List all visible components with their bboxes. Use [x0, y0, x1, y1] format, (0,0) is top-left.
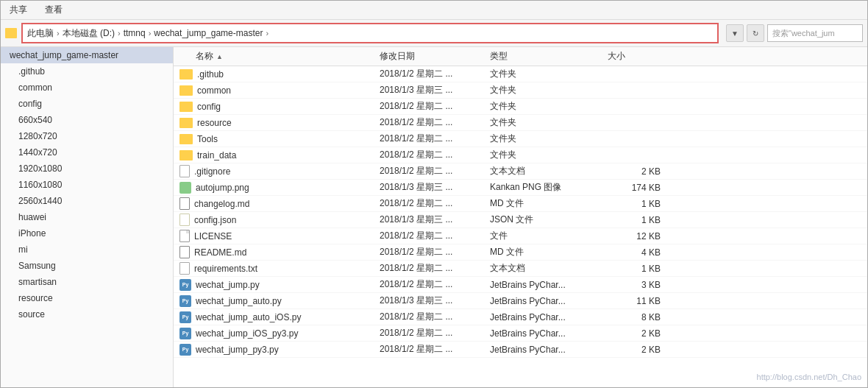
txt-icon — [179, 165, 190, 177]
toolbar-view[interactable]: 查看 — [42, 2, 65, 18]
file-row[interactable]: Tools2018/1/2 星期二 ...文件夹 — [174, 131, 867, 147]
breadcrumb-folder[interactable]: wechat_jump_game-master — [154, 28, 263, 38]
file-cell-type: JSON 文件 — [490, 214, 608, 226]
file-cell-date: 2018/1/2 星期二 ... — [380, 246, 490, 258]
file-row[interactable]: resource2018/1/2 星期二 ...文件夹 — [174, 115, 867, 131]
address-dropdown-btn[interactable]: ▼ — [726, 24, 744, 42]
file-cell-type: 文本文档 — [490, 165, 608, 177]
file-cell-size: 4 KB — [608, 247, 666, 258]
sidebar-item-12[interactable]: mi — [1, 241, 173, 258]
sidebar-item-11[interactable]: iPhone — [1, 225, 173, 241]
file-row[interactable]: .gitignore2018/1/2 星期二 ...文本文档2 KB — [174, 163, 867, 180]
file-row[interactable]: autojump.png2018/1/3 星期三 ...Kankan PNG 图… — [174, 180, 867, 196]
file-row[interactable]: README.md2018/1/2 星期二 ...MD 文件4 KB — [174, 244, 867, 261]
toolbar: 共享 查看 — [1, 1, 867, 20]
folder-icon — [179, 85, 193, 96]
file-row[interactable]: Pywechat_jump_auto_iOS.py2018/1/2 星期二 ..… — [174, 309, 867, 325]
sidebar-item-0[interactable]: wechat_jump_game-master — [1, 47, 173, 63]
col-header-date[interactable]: 修改日期 — [380, 50, 490, 63]
file-cell-name: requirements.txt — [174, 262, 380, 275]
file-cell-name: train_data — [174, 150, 380, 161]
file-cell-type: 文件夹 — [490, 100, 608, 113]
search-box[interactable]: 搜索"wechat_jum — [767, 24, 863, 42]
breadcrumb-pc[interactable]: 此电脑 — [27, 27, 54, 40]
sidebar-item-6[interactable]: 1440x720 — [1, 144, 173, 161]
file-row[interactable]: .github2018/1/2 星期二 ...文件夹 — [174, 66, 867, 82]
file-row[interactable]: requirements.txt2018/1/2 星期二 ...文本文档1 KB — [174, 261, 867, 277]
file-row[interactable]: LICENSE2018/1/2 星期二 ...文件12 KB — [174, 228, 867, 244]
file-cell-size: 1 KB — [608, 215, 666, 225]
txt-icon — [179, 262, 190, 275]
file-cell-size: 12 KB — [608, 231, 666, 241]
file-cell-type: 文件夹 — [490, 133, 608, 145]
file-row[interactable]: Pywechat_jump_iOS_py3.py2018/1/2 星期二 ...… — [174, 325, 867, 342]
file-row[interactable]: train_data2018/1/2 星期二 ...文件夹 — [174, 147, 867, 163]
file-cell-date: 2018/1/2 星期二 ... — [380, 278, 490, 291]
file-cell-type: 文件 — [490, 230, 608, 242]
file-row[interactable]: common2018/1/3 星期三 ...文件夹 — [174, 82, 867, 99]
sidebar-item-3[interactable]: config — [1, 96, 173, 112]
breadcrumb-ttmnq[interactable]: ttmnq — [124, 28, 146, 38]
py-icon: Py — [179, 328, 191, 339]
col-header-name[interactable]: 名称 ▲ — [174, 50, 380, 63]
col-header-type[interactable]: 类型 — [490, 50, 608, 63]
col-header-size[interactable]: 大小 — [608, 50, 666, 63]
sidebar-item-5[interactable]: 1280x720 — [1, 128, 173, 144]
breadcrumb-drive[interactable]: 本地磁盘 (D:) — [63, 27, 115, 40]
sidebar-item-13[interactable]: Samsung — [1, 258, 173, 274]
file-cell-type: 文件夹 — [490, 116, 608, 129]
column-header: 名称 ▲ 修改日期 类型 大小 — [174, 47, 867, 66]
file-cell-date: 2018/1/2 星期二 ... — [380, 230, 490, 242]
file-cell-date: 2018/1/2 星期二 ... — [380, 116, 490, 129]
file-row[interactable]: Pywechat_jump_py3.py2018/1/2 星期二 ...JetB… — [174, 342, 867, 358]
file-name-label: config — [197, 102, 221, 112]
file-cell-type: JetBrains PyChar... — [490, 345, 608, 355]
sidebar-item-2[interactable]: common — [1, 80, 173, 96]
file-cell-date: 2018/1/2 星期二 ... — [380, 149, 490, 161]
sidebar-item-10[interactable]: huawei — [1, 209, 173, 225]
file-row[interactable]: config.json2018/1/3 星期三 ...JSON 文件1 KB — [174, 212, 867, 228]
sidebar-item-14[interactable]: smartisan — [1, 274, 173, 290]
file-name-label: autojump.png — [196, 183, 249, 193]
sidebar-item-8[interactable]: 1160x1080 — [1, 177, 173, 193]
toolbar-share[interactable]: 共享 — [7, 2, 30, 18]
sidebar-item-16[interactable]: source — [1, 306, 173, 322]
file-cell-type: 文件夹 — [490, 149, 608, 161]
file-name-label: wechat_jump_py3.py — [196, 345, 279, 355]
folder-icon — [179, 150, 193, 161]
file-name-label: wechat_jump.py — [196, 280, 260, 290]
address-bar-left — [5, 28, 18, 38]
breadcrumb[interactable]: 此电脑 › 本地磁盘 (D:) › ttmnq › wechat_jump_ga… — [21, 23, 719, 43]
file-cell-name: README.md — [174, 246, 380, 258]
sidebar-item-9[interactable]: 2560x1440 — [1, 193, 173, 209]
file-name-label: README.md — [194, 247, 246, 258]
file-cell-type: JetBrains PyChar... — [490, 296, 608, 306]
address-refresh-btn[interactable]: ↻ — [747, 24, 764, 42]
file-row[interactable]: Pywechat_jump.py2018/1/2 星期二 ...JetBrain… — [174, 277, 867, 293]
file-name-label: changelog.md — [194, 199, 249, 209]
sidebar-item-4[interactable]: 660x540 — [1, 112, 173, 128]
sidebar-item-1[interactable]: .github — [1, 63, 173, 80]
py-icon: Py — [179, 279, 191, 291]
address-folder-icon — [5, 28, 17, 38]
file-row[interactable]: Pywechat_jump_auto.py2018/1/3 星期三 ...Jet… — [174, 293, 867, 309]
file-cell-size: 174 KB — [608, 183, 666, 193]
folder-icon — [179, 69, 193, 80]
file-name-label: train_data — [197, 150, 236, 161]
file-list: 名称 ▲ 修改日期 类型 大小 .github2018/1/2 星期二 ...文… — [174, 47, 867, 358]
sidebar: wechat_jump_game-master.githubcommonconf… — [1, 47, 174, 387]
file-row[interactable]: config2018/1/2 星期二 ...文件夹 — [174, 99, 867, 115]
file-cell-name: Pywechat_jump.py — [174, 279, 380, 291]
file-cell-type: 文本文档 — [490, 262, 608, 275]
file-cell-date: 2018/1/3 星期三 ... — [380, 214, 490, 226]
sidebar-item-7[interactable]: 1920x1080 — [1, 161, 173, 177]
file-cell-type: MD 文件 — [490, 246, 608, 258]
file-name-label: common — [197, 85, 231, 96]
file-cell-date: 2018/1/2 星期二 ... — [380, 197, 490, 210]
file-row[interactable]: changelog.md2018/1/2 星期二 ...MD 文件1 KB — [174, 196, 867, 212]
file-cell-name: Pywechat_jump_py3.py — [174, 344, 380, 356]
file-cell-size: 1 KB — [608, 199, 666, 209]
breadcrumb-sep-3: › — [149, 29, 152, 38]
address-bar: 此电脑 › 本地磁盘 (D:) › ttmnq › wechat_jump_ga… — [1, 20, 867, 47]
sidebar-item-15[interactable]: resource — [1, 290, 173, 306]
